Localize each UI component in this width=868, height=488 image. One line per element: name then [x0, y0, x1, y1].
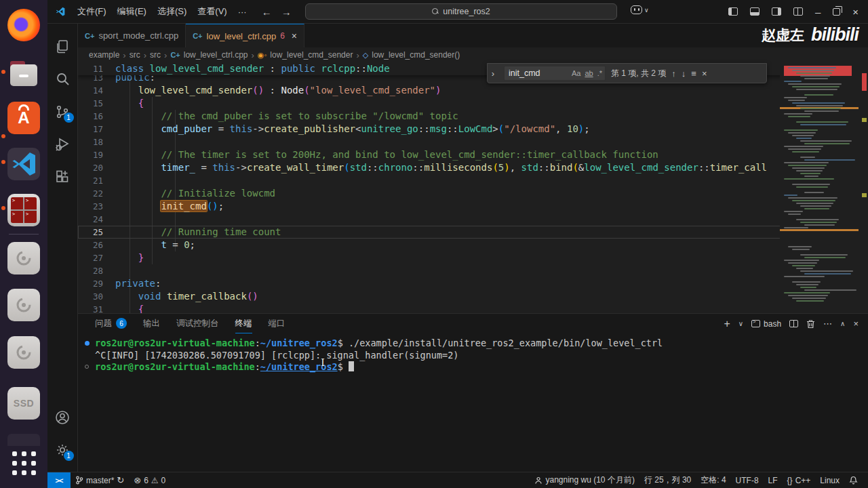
overview-ruler[interactable] — [859, 62, 868, 313]
restore-button[interactable] — [833, 8, 840, 16]
explorer-icon[interactable] — [47, 30, 78, 63]
kill-terminal-trash-icon[interactable] — [806, 319, 815, 329]
terminal-line[interactable]: ros2ur@ros2ur-virtual-machine:~/unitree_… — [95, 361, 868, 373]
maximize-panel-icon[interactable]: ∧ — [840, 320, 845, 327]
breadcrumb-item[interactable]: src — [150, 50, 161, 60]
source-control-icon[interactable]: 1 — [47, 96, 78, 128]
firefox-icon[interactable] — [7, 9, 40, 41]
line-number[interactable]: 14 — [78, 85, 115, 96]
line-number[interactable]: 24 — [78, 214, 115, 224]
code-line[interactable]: 16 // the cmd_puber is set to subscribe … — [78, 110, 868, 123]
line-number[interactable]: 26 — [78, 240, 115, 250]
drive-icon-1[interactable] — [7, 242, 40, 274]
breadcrumb-item[interactable]: src — [130, 50, 140, 60]
forward-icon[interactable]: → — [281, 6, 292, 18]
menu-file[interactable]: 文件(F) — [72, 3, 112, 20]
code-line[interactable]: 23 init_cmd(); — [78, 200, 868, 213]
close-window-button[interactable]: × — [852, 6, 859, 18]
line-number[interactable]: 30 — [78, 291, 115, 302]
search-sidebar-icon[interactable] — [47, 63, 78, 96]
line-number[interactable]: 16 — [78, 111, 115, 121]
terminal-app-icon[interactable]: > > > > — [7, 194, 40, 226]
code-line[interactable]: 30 void timer_callback() — [78, 290, 868, 303]
drive-icon-2[interactable] — [7, 289, 40, 321]
find-in-selection-icon[interactable]: ≡ — [691, 68, 696, 79]
code-line[interactable]: 29private: — [78, 277, 868, 290]
toggle-secondary-sidebar-icon[interactable] — [772, 7, 781, 16]
next-match-icon[interactable]: ↓ — [682, 68, 686, 79]
code-line[interactable]: 26 t = 0; — [78, 239, 868, 251]
match-case-icon[interactable]: Aa — [572, 69, 580, 77]
remote-indicator[interactable]: >< — [47, 472, 71, 488]
terminal-profile-chevron-icon[interactable]: ∨ — [738, 320, 743, 327]
run-debug-icon[interactable] — [47, 128, 78, 161]
breadcrumb-item[interactable]: low_level_ctrl.cpp — [184, 50, 248, 60]
code-line[interactable]: 27 } — [78, 251, 868, 264]
line-number[interactable]: 15 — [78, 98, 115, 108]
notifications-bell[interactable] — [844, 476, 863, 485]
code-line[interactable]: 14 low_level_cmd_sender() : Node("low_le… — [78, 84, 868, 97]
account-icon[interactable] — [47, 401, 78, 434]
vscode-dock-icon[interactable] — [7, 148, 40, 180]
customize-layout-icon[interactable] — [793, 7, 803, 16]
panel-tab-output[interactable]: 输出 — [143, 314, 160, 333]
ubuntu-software-icon[interactable]: A — [7, 102, 40, 134]
extensions-icon[interactable] — [47, 161, 78, 193]
copilot-button[interactable]: ∨ — [631, 5, 649, 14]
code-line[interactable]: 17 cmd_puber = this->create_publisher<un… — [78, 123, 868, 136]
line-number[interactable]: 22 — [78, 188, 115, 199]
language-mode[interactable]: {} C++ — [783, 476, 816, 485]
terminal-content[interactable]: ros2ur@ros2ur-virtual-machine:~/unitree_… — [78, 333, 868, 373]
line-number[interactable]: 28 — [78, 266, 115, 276]
minimap[interactable] — [780, 62, 859, 313]
problems-status[interactable]: ⊗ 6 ⚠ 0 — [129, 472, 170, 488]
branch-status[interactable]: master* ↻ — [71, 472, 129, 488]
drive-icon-3[interactable] — [7, 336, 40, 369]
terminal-list-item-bash[interactable]: bash — [751, 319, 781, 329]
eol-sequence[interactable]: LF — [764, 476, 783, 485]
files-icon[interactable] — [7, 58, 40, 90]
line-number[interactable]: 23 — [78, 201, 115, 211]
menu-more[interactable]: ··· — [233, 4, 252, 20]
menu-selection[interactable]: 选择(S) — [152, 3, 192, 20]
line-number[interactable]: 31 — [78, 304, 115, 313]
code-line[interactable]: 21 — [78, 174, 868, 187]
line-number[interactable]: 27 — [78, 253, 115, 263]
minimize-button[interactable]: – — [815, 6, 821, 18]
code-editor[interactable]: 13public:14 low_level_cmd_sender() : Nod… — [78, 62, 868, 313]
panel-tab-terminal[interactable]: 终端 — [235, 314, 252, 333]
line-number[interactable]: 29 — [78, 279, 115, 289]
code-line[interactable]: 24 — [78, 213, 868, 226]
close-tab-icon[interactable]: × — [292, 30, 297, 41]
ssd-drive-icon[interactable]: SSD — [7, 387, 40, 420]
code-line[interactable]: 20 timer_ = this->create_wall_timer(std:… — [78, 161, 868, 174]
encoding[interactable]: UTF-8 — [731, 476, 764, 485]
split-terminal-icon[interactable] — [789, 320, 798, 327]
line-number[interactable]: 17 — [78, 124, 115, 134]
regex-icon[interactable]: .* — [597, 69, 602, 77]
settings-gear-icon[interactable]: 1 — [47, 434, 78, 466]
cursor-position[interactable]: 行 25，列 30 — [639, 474, 696, 486]
line-number[interactable]: 18 — [78, 137, 115, 147]
breadcrumb-item[interactable]: low_level_cmd_sender() — [372, 50, 460, 60]
previous-match-icon[interactable]: ↑ — [671, 68, 676, 79]
os-indicator[interactable]: Linux — [815, 476, 844, 485]
code-line[interactable]: 25 // Running time count — [78, 226, 868, 239]
line-number[interactable]: 19 — [78, 150, 115, 160]
tab-low-level-ctrl[interactable]: C+ low_level_ctrl.cpp 6 × — [186, 24, 304, 47]
code-line[interactable]: 15 { — [78, 97, 868, 110]
close-panel-icon[interactable]: × — [853, 319, 859, 329]
toggle-panel-icon[interactable] — [750, 7, 760, 16]
show-applications-icon[interactable] — [9, 449, 38, 477]
toggle-sidebar-icon[interactable] — [728, 7, 738, 16]
line-number[interactable]: 25 — [78, 227, 115, 237]
blame-author[interactable]: yangning wu (10 个月前) — [530, 474, 639, 486]
panel-tab-debug-console[interactable]: 调试控制台 — [176, 314, 219, 333]
command-center-search[interactable]: unitree_ros2 — [305, 3, 617, 20]
code-line[interactable]: 22 // Initialize lowcmd — [78, 187, 868, 200]
code-line[interactable]: 28 — [78, 264, 868, 277]
code-line[interactable]: 18 — [78, 136, 868, 148]
close-find-icon[interactable]: × — [702, 68, 707, 79]
tab-sport-mode-ctrl[interactable]: C+ sport_mode_ctrl.cpp — [78, 24, 186, 47]
more-actions-icon[interactable]: ⋯ — [823, 319, 832, 329]
